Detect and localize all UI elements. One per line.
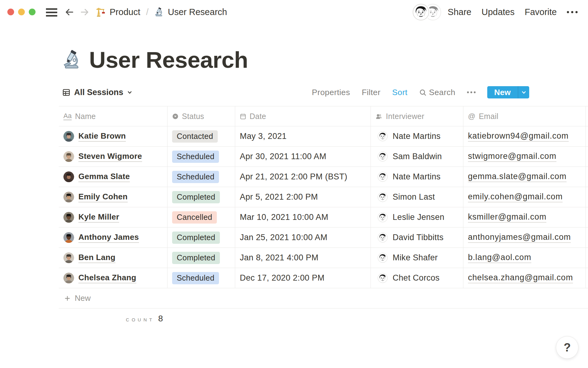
date-cell[interactable]: Jan 8, 2021 4:00 PM xyxy=(235,248,371,268)
sidebar-menu-icon[interactable] xyxy=(46,8,57,17)
status-cell[interactable]: Scheduled xyxy=(168,167,235,187)
status-badge: Cancelled xyxy=(172,211,217,224)
date-cell[interactable]: Apr 5, 2021 2:00 PM xyxy=(235,187,371,207)
back-arrow-icon[interactable] xyxy=(64,7,74,17)
name-cell[interactable]: Chelsea Zhang xyxy=(59,268,168,288)
participant-avatar xyxy=(63,212,74,223)
name-cell[interactable]: Emily Cohen xyxy=(59,187,168,207)
session-date: Mar 10, 2021 10:00 AM xyxy=(240,213,328,222)
new-button-chevron[interactable] xyxy=(518,86,529,98)
favorite-button[interactable]: Favorite xyxy=(525,7,557,17)
search-button[interactable]: Search xyxy=(419,88,455,97)
email-link[interactable]: gemma.slate@gmail.com xyxy=(468,172,567,182)
date-cell[interactable]: Dec 17, 2020 2:00 PM xyxy=(235,268,371,288)
status-badge: Completed xyxy=(172,191,220,203)
interviewer-cell[interactable]: Sam Baldwin xyxy=(371,147,463,167)
participant-avatar xyxy=(63,131,74,142)
column-header-status[interactable]: Status xyxy=(168,106,235,126)
new-button-label[interactable]: New xyxy=(487,86,518,98)
interviewer-cell[interactable]: Simon Last xyxy=(371,187,463,207)
breadcrumb-workspace[interactable]: Product xyxy=(110,7,140,17)
properties-button[interactable]: Properties xyxy=(312,88,350,97)
status-cell[interactable]: Cancelled xyxy=(168,207,235,228)
email-cell[interactable]: ksmiller@gmail.com xyxy=(463,207,586,228)
email-link[interactable]: stwigmore@gmail.com xyxy=(468,151,556,162)
interviewer-cell[interactable]: Leslie Jensen xyxy=(371,207,463,228)
participant-name-link[interactable]: Chelsea Zhang xyxy=(78,273,136,283)
participant-name-link[interactable]: Kyle Miller xyxy=(78,212,119,223)
date-cell[interactable]: May 3, 2021 xyxy=(235,126,371,147)
name-cell[interactable]: Anthony James xyxy=(59,228,168,248)
forward-arrow-icon[interactable] xyxy=(80,7,90,17)
zoom-window-button[interactable] xyxy=(29,9,36,15)
date-cell[interactable]: Jan 25, 2021 10:00 AM xyxy=(235,228,371,248)
email-link[interactable]: ksmiller@gmail.com xyxy=(468,212,546,223)
name-cell[interactable]: Steven Wigmore xyxy=(59,147,168,167)
plus-icon xyxy=(64,295,71,302)
email-cell[interactable]: b.lang@aol.com xyxy=(463,248,586,268)
row-filler xyxy=(586,248,588,268)
interviewer-cell[interactable]: Nate Martins xyxy=(371,126,463,147)
status-cell[interactable]: Completed xyxy=(168,228,235,248)
email-cell[interactable]: chelsea.zhang@gmail.com xyxy=(463,268,586,288)
participant-name-link[interactable]: Ben Lang xyxy=(78,253,115,263)
column-header-date[interactable]: Date xyxy=(235,106,371,126)
status-cell[interactable]: Completed xyxy=(168,248,235,268)
count-label[interactable]: COUNT xyxy=(126,317,154,322)
date-cell[interactable]: Apr 30, 2021 11:00 AM xyxy=(235,147,371,167)
column-header-name[interactable]: Aa Name xyxy=(59,106,168,126)
view-switcher[interactable]: All Sessions xyxy=(62,88,132,97)
help-button[interactable]: ? xyxy=(556,336,579,359)
participant-name-link[interactable]: Gemma Slate xyxy=(78,172,130,182)
date-cell[interactable]: Mar 10, 2021 10:00 AM xyxy=(235,207,371,228)
email-property-icon: @ xyxy=(468,112,475,121)
name-cell[interactable]: Gemma Slate xyxy=(59,167,168,187)
more-options-icon[interactable] xyxy=(567,11,578,13)
table-view-icon xyxy=(62,88,70,97)
email-link[interactable]: katiebrown94@gmail.com xyxy=(468,131,569,142)
microscope-page-icon[interactable] xyxy=(62,50,82,70)
email-cell[interactable]: emily.cohen@gmail.com xyxy=(463,187,586,207)
email-link[interactable]: emily.cohen@gmail.com xyxy=(468,192,563,202)
interviewer-cell[interactable]: Chet Corcos xyxy=(371,268,463,288)
interviewer-cell[interactable]: Mike Shafer xyxy=(371,248,463,268)
session-date: May 3, 2021 xyxy=(240,132,287,141)
status-cell[interactable]: Contacted xyxy=(168,126,235,147)
participant-avatar xyxy=(63,151,74,162)
interviewer-avatar xyxy=(378,273,388,283)
minimize-window-button[interactable] xyxy=(18,9,25,15)
email-cell[interactable]: katiebrown94@gmail.com xyxy=(463,126,586,147)
interviewer-name: Mike Shafer xyxy=(393,253,438,263)
column-header-email[interactable]: @ Email xyxy=(463,106,586,126)
share-button[interactable]: Share xyxy=(448,7,471,17)
add-row-button[interactable]: New xyxy=(59,288,588,309)
participant-name-link[interactable]: Steven Wigmore xyxy=(78,151,142,162)
column-header-interviewer[interactable]: Interviewer xyxy=(371,106,463,126)
email-cell[interactable]: stwigmore@gmail.com xyxy=(463,147,586,167)
interviewer-cell[interactable]: Nate Martins xyxy=(371,167,463,187)
interviewer-name: Nate Martins xyxy=(393,132,441,141)
name-cell[interactable]: Kyle Miller xyxy=(59,207,168,228)
breadcrumb-page[interactable]: User Research xyxy=(168,7,227,17)
participant-name-link[interactable]: Katie Brown xyxy=(78,131,126,142)
interviewer-cell[interactable]: David Tibbitts xyxy=(371,228,463,248)
date-cell[interactable]: Apr 21, 2021 2:00 PM (BST) xyxy=(235,167,371,187)
name-cell[interactable]: Ben Lang xyxy=(59,248,168,268)
email-link[interactable]: anthonyjames@gmail.com xyxy=(468,232,571,243)
sort-button[interactable]: Sort xyxy=(392,88,407,97)
name-cell[interactable]: Katie Brown xyxy=(59,126,168,147)
view-more-options-icon[interactable] xyxy=(467,91,476,93)
filter-button[interactable]: Filter xyxy=(362,88,380,97)
updates-button[interactable]: Updates xyxy=(481,7,514,17)
participant-name-link[interactable]: Emily Cohen xyxy=(78,192,128,202)
email-cell[interactable]: gemma.slate@gmail.com xyxy=(463,167,586,187)
email-link[interactable]: b.lang@aol.com xyxy=(468,253,531,263)
close-window-button[interactable] xyxy=(7,9,14,15)
email-link[interactable]: chelsea.zhang@gmail.com xyxy=(468,273,573,283)
status-cell[interactable]: Completed xyxy=(168,187,235,207)
email-cell[interactable]: anthonyjames@gmail.com xyxy=(463,228,586,248)
status-cell[interactable]: Scheduled xyxy=(168,268,235,288)
status-cell[interactable]: Scheduled xyxy=(168,147,235,167)
participant-name-link[interactable]: Anthony James xyxy=(78,232,139,243)
new-button[interactable]: New xyxy=(487,86,529,98)
